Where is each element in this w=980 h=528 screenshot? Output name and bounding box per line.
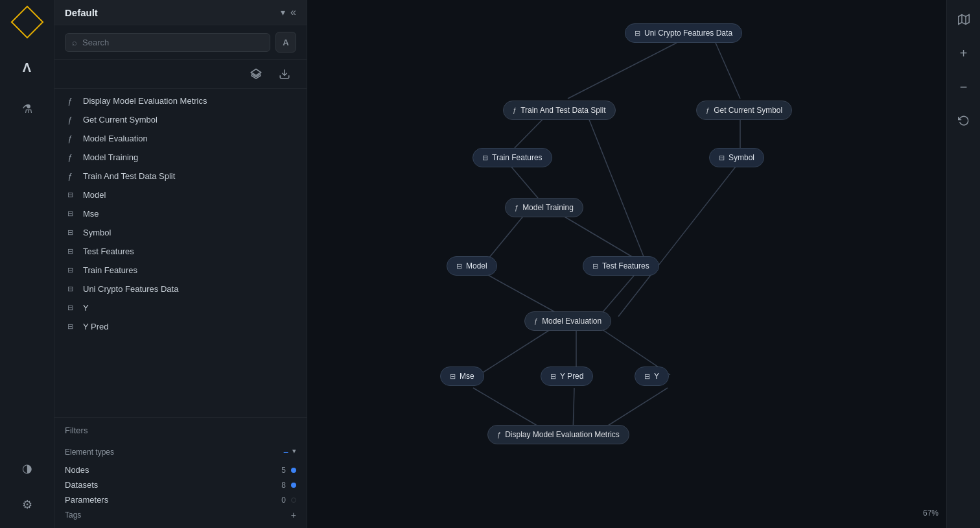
tags-row: Tags + — [65, 507, 296, 520]
sidebar: Default ▾ « ⌕ A — [54, 0, 307, 528]
list-item-label: Display Model Evaluation Metrics — [83, 96, 207, 106]
node-get-current-symbol[interactable]: ƒ Get Current Symbol — [696, 101, 792, 120]
node-uni-crypto[interactable]: ⊟ Uni Crypto Features Data — [625, 23, 742, 43]
list-item-label: Uni Crypto Features Data — [83, 284, 178, 294]
node-label: Display Model Evaluation Metrics — [505, 430, 620, 439]
dataset-node-icon: ⊟ — [592, 262, 598, 270]
dataset-node-icon: ⊟ — [456, 262, 462, 270]
filter-minus-icon[interactable]: − — [283, 447, 288, 457]
gear-icon: ⚙ — [22, 498, 32, 512]
download-button[interactable] — [273, 62, 296, 86]
filter-datasets[interactable]: Datasets 8 — [65, 477, 296, 492]
filters-title: Filters — [65, 426, 88, 435]
list-item-mse[interactable]: ⊟ Mse — [54, 204, 307, 223]
node-label: Model Training — [522, 203, 574, 212]
parameters-label: Parameters — [65, 495, 108, 505]
list-item-display-model[interactable]: ƒ Display Model Evaluation Metrics — [54, 91, 307, 110]
logo[interactable] — [10, 6, 43, 39]
list-item-label: Y — [83, 303, 89, 313]
node-label: Train Features — [492, 153, 542, 162]
filter-parameters[interactable]: Parameters 0 — [65, 492, 296, 507]
node-label: Y Pred — [560, 372, 583, 381]
dataset-icon: ⊟ — [67, 210, 76, 218]
element-types-row: Element types − ▾ — [65, 447, 296, 457]
collapse-icon[interactable]: « — [290, 6, 296, 18]
dropdown-chevron-icon[interactable]: ▾ — [281, 7, 285, 18]
dataset-node-icon: ⊟ — [450, 372, 456, 381]
layers-button[interactable] — [244, 62, 268, 86]
list-item-y[interactable]: ⊟ Y — [54, 298, 307, 317]
svg-line-5 — [568, 43, 677, 99]
zoom-out-button[interactable]: − — [952, 75, 975, 99]
list-item-label: Get Current Symbol — [83, 115, 158, 125]
list-item-get-current-symbol[interactable]: ƒ Get Current Symbol — [54, 110, 307, 129]
parameters-dot — [291, 498, 296, 503]
list-item-label: Model — [83, 190, 106, 200]
filter-chevron-icon[interactable]: ▾ — [292, 447, 296, 457]
sidebar-action-icons — [54, 60, 307, 89]
list-item-model-training[interactable]: ƒ Model Training — [54, 148, 307, 167]
sidebar-list: ƒ Display Model Evaluation Metrics ƒ Get… — [54, 89, 307, 417]
list-item-model[interactable]: ⊟ Model — [54, 186, 307, 204]
node-display-model-evaluation[interactable]: ƒ Display Model Evaluation Metrics — [487, 425, 629, 444]
filter-nodes[interactable]: Nodes 5 — [65, 462, 296, 477]
tags-label: Tags — [65, 510, 81, 520]
dataset-icon: ⊟ — [67, 266, 76, 274]
toggle-button[interactable]: A — [275, 32, 296, 53]
search-input[interactable] — [82, 38, 263, 47]
dataset-node-icon: ⊟ — [550, 372, 556, 381]
datasets-count: 8 — [281, 481, 286, 490]
reset-view-button[interactable] — [952, 109, 975, 132]
list-item-y-pred[interactable]: ⊟ Y Pred — [54, 317, 307, 336]
list-item-label: Mse — [83, 209, 99, 219]
node-label: Uni Crypto Features Data — [644, 29, 732, 38]
node-label: Test Features — [602, 261, 649, 270]
dataset-icon: ⊟ — [67, 322, 76, 331]
map-button[interactable] — [952, 8, 975, 31]
dataset-icon: ⊟ — [67, 247, 76, 256]
node-symbol[interactable]: ⊟ Symbol — [709, 148, 764, 167]
list-item-label: Test Features — [83, 246, 134, 256]
sidebar-search-row: ⌕ A — [54, 25, 307, 60]
dataset-icon: ⊟ — [67, 191, 76, 199]
node-model[interactable]: ⊟ Model — [447, 256, 497, 276]
nodes-dot — [291, 468, 296, 473]
datasets-label: Datasets — [65, 480, 98, 490]
node-test-features[interactable]: ⊟ Test Features — [583, 256, 659, 276]
element-types-label: Element types — [65, 448, 114, 457]
function-node-icon: ƒ — [497, 431, 501, 438]
svg-line-13 — [481, 271, 563, 317]
search-box[interactable]: ⌕ — [65, 33, 270, 52]
sidebar-header: Default ▾ « — [54, 0, 307, 25]
function-icon: ƒ — [67, 134, 76, 143]
list-item-model-evaluation[interactable]: ƒ Model Evaluation — [54, 129, 307, 148]
list-item-uni-crypto[interactable]: ⊟ Uni Crypto Features Data — [54, 280, 307, 298]
half-circle-icon: ◑ — [22, 461, 32, 475]
node-train-test-split[interactable]: ƒ Train And Test Data Split — [503, 101, 616, 120]
list-item-test-features[interactable]: ⊟ Test Features — [54, 242, 307, 261]
nav-contrast[interactable]: ◑ — [14, 455, 40, 481]
dataset-node-icon: ⊟ — [635, 29, 640, 38]
node-model-evaluation[interactable]: ƒ Model Evaluation — [524, 311, 611, 331]
node-y-pred[interactable]: ⊟ Y Pred — [541, 366, 593, 386]
list-item-symbol[interactable]: ⊟ Symbol — [54, 223, 307, 242]
tags-plus-icon[interactable]: + — [291, 510, 296, 520]
node-y[interactable]: ⊟ Y — [635, 366, 669, 386]
nav-lambda[interactable]: Λ — [14, 54, 40, 80]
list-item-train-test-split[interactable]: ƒ Train And Test Data Split — [54, 167, 307, 186]
nav-flask[interactable]: ⚗ — [14, 96, 40, 122]
node-mse[interactable]: ⊟ Mse — [440, 366, 484, 386]
node-train-features[interactable]: ⊟ Train Features — [472, 148, 552, 167]
function-node-icon: ƒ — [534, 317, 538, 325]
main-area: + − — [307, 0, 980, 528]
list-item-train-features[interactable]: ⊟ Train Features — [54, 261, 307, 280]
svg-line-10 — [586, 112, 644, 258]
zoom-in-button[interactable]: + — [952, 42, 975, 65]
dataset-node-icon: ⊟ — [644, 372, 650, 381]
icon-bar: Λ ⚗ ◑ ⚙ — [0, 0, 54, 528]
flask-icon: ⚗ — [22, 102, 32, 116]
node-model-training[interactable]: ƒ Model Training — [505, 198, 583, 217]
nav-settings[interactable]: ⚙ — [14, 492, 40, 518]
flow-canvas[interactable]: ⊟ Uni Crypto Features Data ƒ Train And T… — [307, 0, 980, 528]
lambda-icon: Λ — [23, 60, 31, 75]
